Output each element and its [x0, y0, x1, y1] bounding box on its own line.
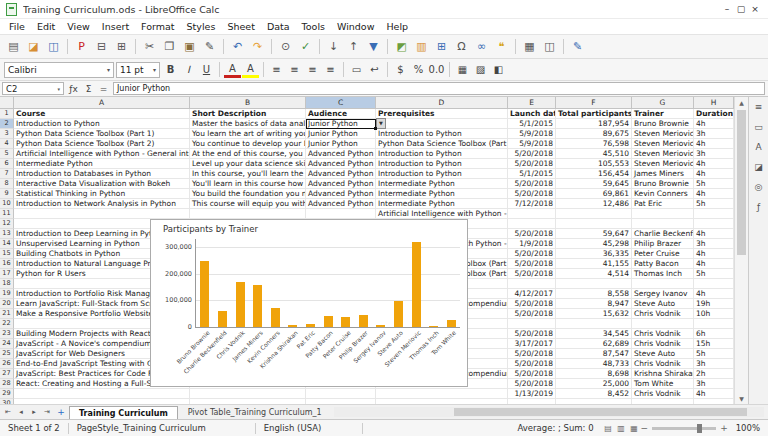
- cell-G1[interactable]: Trainer: [632, 109, 694, 119]
- cell-D7[interactable]: Introduction to Python: [376, 169, 508, 179]
- cell-D3[interactable]: Introduction to Python: [376, 129, 508, 139]
- cell-E25[interactable]: 5/20/2018: [508, 349, 556, 359]
- print-preview-icon[interactable]: ⊞: [112, 37, 131, 56]
- export-pdf-icon[interactable]: P: [72, 37, 91, 56]
- embedded-chart[interactable]: Participants by Trainer 0100,000200,0003…: [150, 219, 468, 387]
- zoom-slider-thumb[interactable]: [697, 424, 702, 433]
- cell-E13[interactable]: 5/20/2018: [508, 229, 556, 239]
- cell-E14[interactable]: 1/9/2018: [508, 239, 556, 249]
- menu-insert[interactable]: Insert: [96, 20, 135, 33]
- cell-E11[interactable]: [508, 209, 556, 219]
- cell-H6[interactable]: 4h: [694, 159, 734, 169]
- row-header-16[interactable]: 16: [0, 259, 14, 269]
- row-header-19[interactable]: 19: [0, 289, 14, 299]
- cell-F2[interactable]: 187,954: [556, 119, 632, 129]
- row-header-27[interactable]: 27: [0, 369, 14, 379]
- row-header-12[interactable]: 12: [0, 219, 14, 229]
- column-header-H[interactable]: H: [694, 97, 734, 109]
- cell-H9[interactable]: 4h: [694, 189, 734, 199]
- cell-F19[interactable]: 8,558: [556, 289, 632, 299]
- cell-G8[interactable]: Bruno Brownie: [632, 179, 694, 189]
- next-sheet-button[interactable]: ▸: [28, 408, 40, 416]
- cell-B3[interactable]: You learn the art of writing your own: [190, 129, 306, 139]
- cell-H3[interactable]: 3h: [694, 129, 734, 139]
- insert-chart-icon[interactable]: ▥: [412, 37, 431, 56]
- cell-E26[interactable]: 5/20/2018: [508, 359, 556, 369]
- cell-F26[interactable]: 48,733: [556, 359, 632, 369]
- cell-G19[interactable]: Sergey Ivanov: [632, 289, 694, 299]
- new-document-icon[interactable]: ▤: [4, 37, 23, 56]
- maximize-button[interactable]: ▢: [734, 4, 748, 14]
- menu-data[interactable]: Data: [261, 20, 296, 33]
- row-header-5[interactable]: 5: [0, 149, 14, 159]
- validation-dropdown-icon[interactable]: ▼: [376, 118, 386, 129]
- cell-G9[interactable]: Kevin Conners: [632, 189, 694, 199]
- cell-F3[interactable]: 89,675: [556, 129, 632, 139]
- insert-pivot-table-icon[interactable]: ⊞: [432, 37, 451, 56]
- cell-A11[interactable]: [14, 209, 190, 219]
- cell-A8[interactable]: Interactive Data Visualization with Boke…: [14, 179, 190, 189]
- row-header-25[interactable]: 25: [0, 349, 14, 359]
- spelling-icon[interactable]: ✓: [296, 37, 315, 56]
- cell-F10[interactable]: 12,486: [556, 199, 632, 209]
- column-header-B[interactable]: B: [190, 97, 306, 109]
- cell-F18[interactable]: [556, 279, 632, 289]
- cell-D8[interactable]: Intermediate Python: [376, 179, 508, 189]
- row-header-7[interactable]: 7: [0, 169, 14, 179]
- vertical-scroll-thumb[interactable]: [737, 110, 746, 255]
- cell-H17[interactable]: 5h: [694, 269, 734, 279]
- cell-G6[interactable]: Steven Meriovic: [632, 159, 694, 169]
- cell-E5[interactable]: 5/20/2018: [508, 149, 556, 159]
- background-color-icon[interactable]: ▨: [472, 61, 489, 78]
- cell-A1[interactable]: Course: [14, 109, 190, 119]
- first-sheet-button[interactable]: ⇤: [2, 408, 14, 416]
- cell-H30[interactable]: [694, 399, 734, 404]
- sum-average-status[interactable]: Average: ; Sum: 0: [510, 423, 602, 433]
- cell-H23[interactable]: 6h: [694, 329, 734, 339]
- cell-F27[interactable]: 8,698: [556, 369, 632, 379]
- cell-G4[interactable]: Steven Meriovic: [632, 139, 694, 149]
- cell-F20[interactable]: 8,947: [556, 299, 632, 309]
- row-header-9[interactable]: 9: [0, 189, 14, 199]
- cell-E30[interactable]: [508, 399, 556, 404]
- cell-A2[interactable]: Introduction to Python: [14, 119, 190, 129]
- cell-H20[interactable]: 19h: [694, 299, 734, 309]
- cell-D10[interactable]: Intermediate Python: [376, 199, 508, 209]
- cell-C6[interactable]: Advanced Python: [306, 159, 376, 169]
- cell-C7[interactable]: Advanced Python: [306, 169, 376, 179]
- font-name-combo[interactable]: Calibri ▾: [4, 62, 114, 78]
- cell-G18[interactable]: [632, 279, 694, 289]
- cell-E24[interactable]: 3/17/2017: [508, 339, 556, 349]
- normal-view-icon[interactable]: ▤: [602, 424, 615, 433]
- cell-F24[interactable]: 62,689: [556, 339, 632, 349]
- row-header-6[interactable]: 6: [0, 159, 14, 169]
- language-status[interactable]: English (USA): [256, 423, 362, 433]
- currency-format-icon[interactable]: $: [392, 61, 409, 78]
- cell-G14[interactable]: Philip Brazer: [632, 239, 694, 249]
- cell-E27[interactable]: 5/20/2018: [508, 369, 556, 379]
- scroll-down-icon[interactable]: ▼: [735, 393, 748, 404]
- styles-icon[interactable]: A: [751, 139, 766, 154]
- cell-H11[interactable]: [694, 209, 734, 219]
- cell-A7[interactable]: Introduction to Databases in Python: [14, 169, 190, 179]
- cell-F7[interactable]: 156,454: [556, 169, 632, 179]
- cell-E22[interactable]: [508, 319, 556, 329]
- cell-H14[interactable]: 3h: [694, 239, 734, 249]
- cell-C10[interactable]: Advanced Python: [306, 199, 376, 209]
- sort-descending-icon[interactable]: ↑: [344, 37, 363, 56]
- cell-F14[interactable]: 45,298: [556, 239, 632, 249]
- cell-G7[interactable]: James Miners: [632, 169, 694, 179]
- row-header-18[interactable]: 18: [0, 279, 14, 289]
- last-sheet-button[interactable]: ⇥: [41, 408, 53, 416]
- cell-E3[interactable]: 5/9/2018: [508, 129, 556, 139]
- cell-B4[interactable]: You continue to develop your Data S: [190, 139, 306, 149]
- cell-F12[interactable]: [556, 219, 632, 229]
- horizontal-scroll-thumb[interactable]: [454, 408, 747, 416]
- insert-hyperlink-icon[interactable]: ∞: [472, 37, 491, 56]
- cell-H28[interactable]: 3h: [694, 379, 734, 389]
- font-size-combo[interactable]: 11 pt ▾: [116, 62, 160, 78]
- cell-E19[interactable]: 4/12/2017: [508, 289, 556, 299]
- cell-D30[interactable]: [376, 399, 508, 404]
- row-header-10[interactable]: 10: [0, 199, 14, 209]
- menu-edit[interactable]: Edit: [31, 20, 61, 33]
